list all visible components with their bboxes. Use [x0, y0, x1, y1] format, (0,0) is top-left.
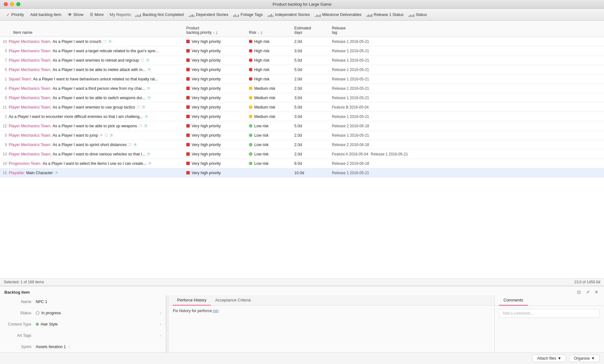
row-estimate: 2.0d	[294, 143, 332, 147]
row-release-tags: Release 1 2016-05-21	[332, 86, 369, 91]
col-header-est: Estimateddays	[294, 26, 332, 35]
row-priority: Very high priority	[186, 77, 249, 81]
content-type-expand-icon[interactable]: ›	[160, 322, 161, 326]
report-milestone-deliverables[interactable]: Milestone Deliverables	[312, 11, 364, 18]
maximize-button[interactable]	[16, 2, 20, 6]
report-status[interactable]: Status	[406, 11, 429, 18]
toolbar: ✓ Priority Add backlog item 👁 Show ☰ Mor…	[0, 9, 604, 21]
table-row[interactable]: 12Player Mechanics Team: As a Player I w…	[0, 121, 604, 131]
table-row[interactable]: 3Player Mechanics Team: As a Player I wa…	[0, 46, 604, 56]
col-header-risk[interactable]: Risk ↑ 2	[249, 30, 294, 35]
art-tags-label: Art Tags	[4, 333, 36, 338]
row-priority: Very high priority	[186, 96, 249, 100]
row-estimate: 5.0d	[294, 124, 332, 128]
more-button[interactable]: ☰ More	[87, 11, 107, 18]
more-label: More	[95, 12, 104, 17]
row-name: Player Mechanics Team: As a Player I wan…	[9, 96, 186, 100]
table-row[interactable]: 9Player Mechanics Team: As a Player I wa…	[0, 140, 604, 149]
scrollbar-divider	[166, 295, 168, 352]
circle-icon: ◔	[147, 96, 150, 100]
external-link-button[interactable]: ↗	[585, 289, 591, 295]
row-release-tags: Release 2 2016-06-18	[332, 161, 369, 166]
row-risk: Medium risk	[249, 96, 294, 100]
tab-perforce-history[interactable]: Perforce History	[173, 295, 211, 306]
row-estimate: 5.0d	[294, 68, 332, 72]
risk-dot	[249, 162, 252, 165]
release-tag: Release 1 2016-05-21	[332, 86, 369, 91]
bottom-footer: Attach files ▼ Organise ▼	[0, 352, 604, 364]
circle-icon: ◔	[55, 171, 58, 175]
table-row[interactable]: 2As a Player I want to encounter more di…	[0, 112, 604, 121]
circle-icon: ◔	[148, 161, 151, 165]
risk-text: Medium risk	[254, 105, 275, 109]
show-button[interactable]: 👁 Show	[65, 11, 87, 18]
detail-panel-title: Backlog item	[4, 290, 30, 295]
organise-button[interactable]: Organise ▼	[569, 355, 600, 362]
add-comment-input[interactable]: Add a comment...	[499, 309, 600, 318]
close-button[interactable]	[4, 2, 8, 6]
risk-text: Low risk	[254, 124, 269, 128]
status-expand-icon[interactable]: ›	[160, 311, 161, 315]
priority-text: Very high priority	[192, 49, 221, 53]
team-name: Player Mechanics Team:	[9, 133, 51, 138]
table-row[interactable]: 1Squad Team: As a Player I want to have …	[0, 74, 604, 84]
priority-text: Very high priority	[192, 143, 221, 147]
bottom-content: Name NPC 1 Status In progress › Content …	[0, 295, 604, 352]
report-independent-stories[interactable]: Independent Stories	[265, 11, 312, 18]
checkbox-icon: ☐	[128, 143, 132, 147]
table-row[interactable]: 4Player Mechanics Team: As a Player I wa…	[0, 84, 604, 93]
check-icon: ✓	[6, 12, 10, 17]
priority-text: Very high priority	[192, 124, 221, 128]
table-row[interactable]: 14Progression Team: As a Player I want t…	[0, 159, 604, 168]
priority-text: Very high priority	[192, 39, 221, 44]
release-tag: Release 1 2016-05-21	[332, 133, 369, 138]
row-priority: Very high priority	[186, 86, 249, 91]
risk-text: High risk	[254, 39, 270, 44]
table-row[interactable]: 6Player Mechanics Team: As a Player I wa…	[0, 65, 604, 74]
team-name: Player Mechanics Team:	[9, 58, 51, 63]
report-release1-status[interactable]: Release 1 Status	[364, 11, 406, 18]
row-number: 10	[0, 39, 9, 44]
art-tags-expand-icon[interactable]: ›	[160, 333, 161, 338]
report-foliage-tags[interactable]: Foliage Tags	[231, 11, 265, 18]
sprint-expand-icon[interactable]: ›	[69, 345, 70, 349]
row-priority: Very high priority	[186, 58, 249, 63]
minimize-button[interactable]	[10, 2, 14, 6]
table-row[interactable]: 7Player Mechanics Team: As a Player I wa…	[0, 56, 604, 65]
priority-dot	[186, 68, 190, 71]
attach-files-button[interactable]: Attach files ▼	[532, 355, 566, 362]
detail-name-row: Name NPC 1	[4, 298, 161, 306]
close-detail-button[interactable]: ✕	[593, 289, 600, 295]
priority-toolbar-item[interactable]: ✓ Priority	[3, 11, 27, 18]
my-reports-label: My Reports:	[110, 12, 132, 17]
col-header-priority[interactable]: Productbacklog priority ↑ 1	[186, 26, 249, 35]
table-row[interactable]: 10Player Mechanics Team: As a Player I w…	[0, 37, 604, 46]
comments-tab[interactable]: Comments	[499, 295, 528, 306]
tab-acceptance-criteria[interactable]: Acceptance Criteria	[211, 295, 255, 306]
report-dependent-stories[interactable]: Dependent Stories	[186, 11, 231, 18]
bar-chart-icon-5	[315, 13, 321, 17]
row-risk: Low risk	[249, 133, 294, 138]
add-backlog-button[interactable]: Add backlog item	[27, 11, 65, 18]
table-row[interactable]: 11Player Mechanics Team: As a Player I w…	[0, 103, 604, 112]
priority-text: Very high priority	[192, 152, 221, 156]
table-row[interactable]: 15Playable: Main Character◔Very high pri…	[0, 168, 604, 178]
expand-button[interactable]: ⊡	[576, 289, 582, 295]
title-bar: Product backlog for Large Game	[0, 0, 604, 9]
table-area: Item name Productbacklog priority ↑ 1 Ri…	[0, 21, 604, 278]
release-tag: Release 1 2016-05-21	[332, 171, 369, 175]
table-row[interactable]: 5Player Mechanics Team: As a Player I wa…	[0, 131, 604, 140]
table-row[interactable]: 13Player Mechanics Team: As a Player I w…	[0, 149, 604, 159]
row-priority: Very high priority	[186, 124, 249, 128]
perforce-link[interactable]: job	[213, 309, 218, 313]
risk-dot	[249, 58, 252, 62]
row-name: Player Mechanics Team: As a Player I wan…	[9, 39, 186, 44]
row-number: 2	[0, 114, 9, 119]
row-risk: Low risk	[249, 161, 294, 166]
report-backlog-not-completed[interactable]: Backlog Not Completed	[133, 11, 186, 18]
priority-text: Very high priority	[192, 68, 221, 72]
bar-chart-icon-7	[409, 13, 414, 17]
row-priority: Very high priority	[186, 105, 249, 109]
table-row[interactable]: 8Player Mechanics Team: As a Player I wa…	[0, 93, 604, 103]
risk-text: Medium risk	[254, 86, 275, 91]
